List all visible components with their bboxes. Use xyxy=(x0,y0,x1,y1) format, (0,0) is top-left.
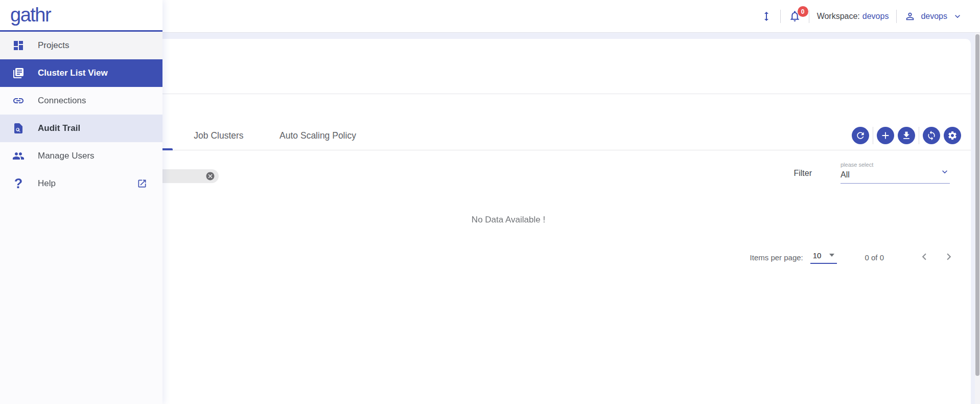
refresh-button[interactable] xyxy=(852,127,869,144)
tab-job-clusters[interactable]: Job Clusters xyxy=(178,121,260,150)
vertical-scrollbar-thumb[interactable] xyxy=(975,34,979,376)
paginator: Items per page: 10 0 of 0 xyxy=(750,251,955,264)
sidebar-item-label: Help xyxy=(38,178,56,189)
add-button[interactable] xyxy=(877,127,894,144)
sidebar-item-label: Connections xyxy=(38,96,86,106)
empty-state-message: No Data Available ! xyxy=(46,215,971,225)
filter-select-floating-label: please select xyxy=(841,162,950,168)
person-icon xyxy=(904,11,916,22)
sidebar-item-label: Manage Users xyxy=(38,151,95,161)
sidebar: gathr Projects Cluster List View Connect… xyxy=(0,0,162,404)
filter-controls: Filter please select All xyxy=(794,162,950,184)
list-view-icon xyxy=(12,67,25,79)
chevron-left-icon xyxy=(918,250,931,265)
tab-auto-scaling-policy[interactable]: Auto Scaling Policy xyxy=(264,121,372,150)
sidebar-item-label: Audit Trail xyxy=(38,123,80,133)
items-per-page-value: 10 xyxy=(813,251,822,260)
notification-count-badge: 0 xyxy=(798,6,808,17)
header-separator xyxy=(896,10,897,23)
people-icon xyxy=(12,150,25,162)
workspace-label: Workspace: xyxy=(817,12,860,20)
user-name-label: devops xyxy=(921,12,947,21)
settings-icon xyxy=(947,130,958,141)
sync-button[interactable] xyxy=(923,127,940,144)
header-separator xyxy=(809,10,809,23)
external-link-icon xyxy=(137,178,147,189)
cluster-toolbar xyxy=(848,127,961,144)
clear-circle-icon xyxy=(205,175,215,183)
dashboard-icon xyxy=(12,39,25,52)
download-icon xyxy=(901,130,912,141)
filter-select-value: All xyxy=(841,170,950,179)
sidebar-item-label: Projects xyxy=(38,40,69,51)
chevron-right-icon xyxy=(942,250,955,265)
header-separator xyxy=(780,10,781,23)
user-menu[interactable]: devops xyxy=(904,11,963,22)
settings-button[interactable] xyxy=(944,127,961,144)
sidebar-item-manage-users[interactable]: Manage Users xyxy=(0,142,162,170)
items-per-page-label: Items per page: xyxy=(750,253,803,262)
workspace-text: Workspace:devops xyxy=(817,12,889,21)
chevron-down-icon xyxy=(952,11,963,21)
header-controls: 0 Workspace:devops devops xyxy=(760,0,963,32)
next-page-button[interactable] xyxy=(942,251,955,264)
filter-select[interactable]: please select All xyxy=(841,162,950,184)
sidebar-item-label: Cluster List View xyxy=(38,68,108,78)
toolbar-separator xyxy=(919,127,919,144)
logo-area: gathr xyxy=(0,0,162,32)
previous-page-button[interactable] xyxy=(918,251,931,264)
filter-label: Filter xyxy=(794,169,812,184)
download-button[interactable] xyxy=(898,127,915,144)
page-range-label: 0 of 0 xyxy=(865,253,884,262)
dropdown-arrow-icon xyxy=(829,254,834,257)
sidebar-item-cluster-list-view[interactable]: Cluster List View xyxy=(0,59,162,87)
chevron-down-icon xyxy=(940,167,950,179)
gathr-logo[interactable]: gathr xyxy=(10,4,51,26)
add-icon xyxy=(880,130,891,141)
notifications-button[interactable]: 0 xyxy=(788,10,801,23)
question-mark-icon: ? xyxy=(12,177,25,190)
audit-search-icon xyxy=(12,122,25,134)
sidebar-item-connections[interactable]: Connections xyxy=(0,87,162,115)
link-icon xyxy=(12,95,25,107)
toolbar-separator xyxy=(873,127,873,144)
height-updown-icon[interactable] xyxy=(760,10,773,23)
sidebar-item-projects[interactable]: Projects xyxy=(0,32,162,59)
sidebar-item-audit-trail[interactable]: Audit Trail xyxy=(0,115,162,142)
sidebar-item-help[interactable]: ? Help xyxy=(0,170,162,197)
items-per-page-select[interactable]: 10 xyxy=(810,251,837,264)
sync-icon xyxy=(926,130,937,141)
workspace-link[interactable]: devops xyxy=(862,12,889,20)
clear-search-button[interactable] xyxy=(205,171,215,181)
refresh-icon xyxy=(855,130,866,141)
